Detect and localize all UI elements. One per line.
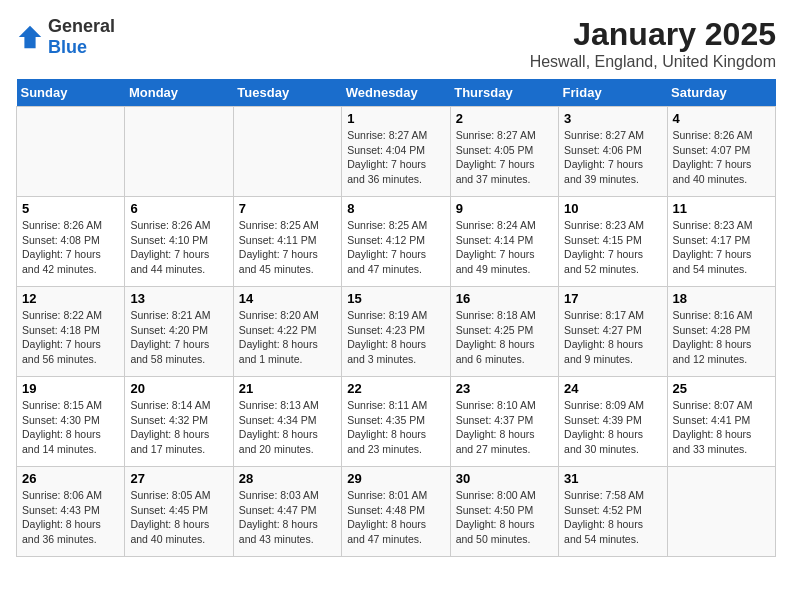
day-info: Sunrise: 8:26 AMSunset: 4:07 PMDaylight:… bbox=[673, 129, 753, 185]
day-number: 20 bbox=[130, 381, 227, 396]
logo-blue: Blue bbox=[48, 37, 87, 57]
calendar-cell bbox=[17, 107, 125, 197]
day-number: 14 bbox=[239, 291, 336, 306]
day-info: Sunrise: 8:25 AMSunset: 4:11 PMDaylight:… bbox=[239, 219, 319, 275]
day-info: Sunrise: 8:17 AMSunset: 4:27 PMDaylight:… bbox=[564, 309, 644, 365]
calendar-cell: 30Sunrise: 8:00 AMSunset: 4:50 PMDayligh… bbox=[450, 467, 558, 557]
svg-marker-0 bbox=[19, 26, 41, 48]
calendar-cell: 24Sunrise: 8:09 AMSunset: 4:39 PMDayligh… bbox=[559, 377, 667, 467]
calendar-cell: 13Sunrise: 8:21 AMSunset: 4:20 PMDayligh… bbox=[125, 287, 233, 377]
day-info: Sunrise: 8:09 AMSunset: 4:39 PMDaylight:… bbox=[564, 399, 644, 455]
day-number: 3 bbox=[564, 111, 661, 126]
calendar-week-5: 26Sunrise: 8:06 AMSunset: 4:43 PMDayligh… bbox=[17, 467, 776, 557]
title-area: January 2025 Heswall, England, United Ki… bbox=[530, 16, 776, 71]
day-number: 18 bbox=[673, 291, 770, 306]
calendar-cell bbox=[125, 107, 233, 197]
day-info: Sunrise: 8:10 AMSunset: 4:37 PMDaylight:… bbox=[456, 399, 536, 455]
calendar-cell: 1Sunrise: 8:27 AMSunset: 4:04 PMDaylight… bbox=[342, 107, 450, 197]
day-info: Sunrise: 8:24 AMSunset: 4:14 PMDaylight:… bbox=[456, 219, 536, 275]
calendar-cell: 9Sunrise: 8:24 AMSunset: 4:14 PMDaylight… bbox=[450, 197, 558, 287]
day-number: 25 bbox=[673, 381, 770, 396]
day-info: Sunrise: 8:05 AMSunset: 4:45 PMDaylight:… bbox=[130, 489, 210, 545]
calendar-cell: 21Sunrise: 8:13 AMSunset: 4:34 PMDayligh… bbox=[233, 377, 341, 467]
day-number: 8 bbox=[347, 201, 444, 216]
calendar-cell: 18Sunrise: 8:16 AMSunset: 4:28 PMDayligh… bbox=[667, 287, 775, 377]
calendar-cell: 25Sunrise: 8:07 AMSunset: 4:41 PMDayligh… bbox=[667, 377, 775, 467]
day-number: 21 bbox=[239, 381, 336, 396]
day-number: 23 bbox=[456, 381, 553, 396]
logo-general: General bbox=[48, 16, 115, 36]
day-number: 29 bbox=[347, 471, 444, 486]
calendar-cell: 16Sunrise: 8:18 AMSunset: 4:25 PMDayligh… bbox=[450, 287, 558, 377]
calendar-cell: 11Sunrise: 8:23 AMSunset: 4:17 PMDayligh… bbox=[667, 197, 775, 287]
day-number: 24 bbox=[564, 381, 661, 396]
day-number: 22 bbox=[347, 381, 444, 396]
calendar-week-2: 5Sunrise: 8:26 AMSunset: 4:08 PMDaylight… bbox=[17, 197, 776, 287]
day-info: Sunrise: 8:03 AMSunset: 4:47 PMDaylight:… bbox=[239, 489, 319, 545]
logo: General Blue bbox=[16, 16, 115, 58]
calendar-week-1: 1Sunrise: 8:27 AMSunset: 4:04 PMDaylight… bbox=[17, 107, 776, 197]
weekday-header-thursday: Thursday bbox=[450, 79, 558, 107]
weekday-header-wednesday: Wednesday bbox=[342, 79, 450, 107]
day-info: Sunrise: 8:13 AMSunset: 4:34 PMDaylight:… bbox=[239, 399, 319, 455]
day-info: Sunrise: 8:23 AMSunset: 4:15 PMDaylight:… bbox=[564, 219, 644, 275]
calendar-cell: 14Sunrise: 8:20 AMSunset: 4:22 PMDayligh… bbox=[233, 287, 341, 377]
calendar-cell: 27Sunrise: 8:05 AMSunset: 4:45 PMDayligh… bbox=[125, 467, 233, 557]
calendar-week-4: 19Sunrise: 8:15 AMSunset: 4:30 PMDayligh… bbox=[17, 377, 776, 467]
weekday-header-row: SundayMondayTuesdayWednesdayThursdayFrid… bbox=[17, 79, 776, 107]
day-info: Sunrise: 8:26 AMSunset: 4:08 PMDaylight:… bbox=[22, 219, 102, 275]
day-info: Sunrise: 8:07 AMSunset: 4:41 PMDaylight:… bbox=[673, 399, 753, 455]
calendar-table: SundayMondayTuesdayWednesdayThursdayFrid… bbox=[16, 79, 776, 557]
calendar-cell: 7Sunrise: 8:25 AMSunset: 4:11 PMDaylight… bbox=[233, 197, 341, 287]
day-number: 9 bbox=[456, 201, 553, 216]
calendar-cell: 23Sunrise: 8:10 AMSunset: 4:37 PMDayligh… bbox=[450, 377, 558, 467]
calendar-cell: 31Sunrise: 7:58 AMSunset: 4:52 PMDayligh… bbox=[559, 467, 667, 557]
day-info: Sunrise: 8:25 AMSunset: 4:12 PMDaylight:… bbox=[347, 219, 427, 275]
day-info: Sunrise: 8:18 AMSunset: 4:25 PMDaylight:… bbox=[456, 309, 536, 365]
day-info: Sunrise: 7:58 AMSunset: 4:52 PMDaylight:… bbox=[564, 489, 644, 545]
day-number: 11 bbox=[673, 201, 770, 216]
day-number: 26 bbox=[22, 471, 119, 486]
day-number: 10 bbox=[564, 201, 661, 216]
weekday-header-sunday: Sunday bbox=[17, 79, 125, 107]
logo-icon bbox=[16, 23, 44, 51]
calendar-cell: 17Sunrise: 8:17 AMSunset: 4:27 PMDayligh… bbox=[559, 287, 667, 377]
day-info: Sunrise: 8:21 AMSunset: 4:20 PMDaylight:… bbox=[130, 309, 210, 365]
calendar-cell: 4Sunrise: 8:26 AMSunset: 4:07 PMDaylight… bbox=[667, 107, 775, 197]
day-info: Sunrise: 8:20 AMSunset: 4:22 PMDaylight:… bbox=[239, 309, 319, 365]
day-number: 2 bbox=[456, 111, 553, 126]
day-number: 4 bbox=[673, 111, 770, 126]
subtitle: Heswall, England, United Kingdom bbox=[530, 53, 776, 71]
calendar-cell: 3Sunrise: 8:27 AMSunset: 4:06 PMDaylight… bbox=[559, 107, 667, 197]
calendar-cell: 26Sunrise: 8:06 AMSunset: 4:43 PMDayligh… bbox=[17, 467, 125, 557]
calendar-cell: 10Sunrise: 8:23 AMSunset: 4:15 PMDayligh… bbox=[559, 197, 667, 287]
calendar-cell: 12Sunrise: 8:22 AMSunset: 4:18 PMDayligh… bbox=[17, 287, 125, 377]
day-number: 5 bbox=[22, 201, 119, 216]
day-info: Sunrise: 8:22 AMSunset: 4:18 PMDaylight:… bbox=[22, 309, 102, 365]
day-info: Sunrise: 8:27 AMSunset: 4:04 PMDaylight:… bbox=[347, 129, 427, 185]
main-title: January 2025 bbox=[530, 16, 776, 53]
day-info: Sunrise: 8:01 AMSunset: 4:48 PMDaylight:… bbox=[347, 489, 427, 545]
day-number: 12 bbox=[22, 291, 119, 306]
weekday-header-saturday: Saturday bbox=[667, 79, 775, 107]
day-number: 6 bbox=[130, 201, 227, 216]
weekday-header-monday: Monday bbox=[125, 79, 233, 107]
calendar-cell: 15Sunrise: 8:19 AMSunset: 4:23 PMDayligh… bbox=[342, 287, 450, 377]
day-number: 15 bbox=[347, 291, 444, 306]
day-info: Sunrise: 8:27 AMSunset: 4:06 PMDaylight:… bbox=[564, 129, 644, 185]
weekday-header-tuesday: Tuesday bbox=[233, 79, 341, 107]
day-info: Sunrise: 8:23 AMSunset: 4:17 PMDaylight:… bbox=[673, 219, 753, 275]
calendar-cell: 8Sunrise: 8:25 AMSunset: 4:12 PMDaylight… bbox=[342, 197, 450, 287]
day-number: 1 bbox=[347, 111, 444, 126]
day-info: Sunrise: 8:14 AMSunset: 4:32 PMDaylight:… bbox=[130, 399, 210, 455]
calendar-cell: 19Sunrise: 8:15 AMSunset: 4:30 PMDayligh… bbox=[17, 377, 125, 467]
day-number: 13 bbox=[130, 291, 227, 306]
day-info: Sunrise: 8:06 AMSunset: 4:43 PMDaylight:… bbox=[22, 489, 102, 545]
day-number: 19 bbox=[22, 381, 119, 396]
calendar-cell: 28Sunrise: 8:03 AMSunset: 4:47 PMDayligh… bbox=[233, 467, 341, 557]
day-info: Sunrise: 8:11 AMSunset: 4:35 PMDaylight:… bbox=[347, 399, 427, 455]
calendar-cell: 2Sunrise: 8:27 AMSunset: 4:05 PMDaylight… bbox=[450, 107, 558, 197]
day-info: Sunrise: 8:00 AMSunset: 4:50 PMDaylight:… bbox=[456, 489, 536, 545]
day-number: 28 bbox=[239, 471, 336, 486]
day-number: 17 bbox=[564, 291, 661, 306]
